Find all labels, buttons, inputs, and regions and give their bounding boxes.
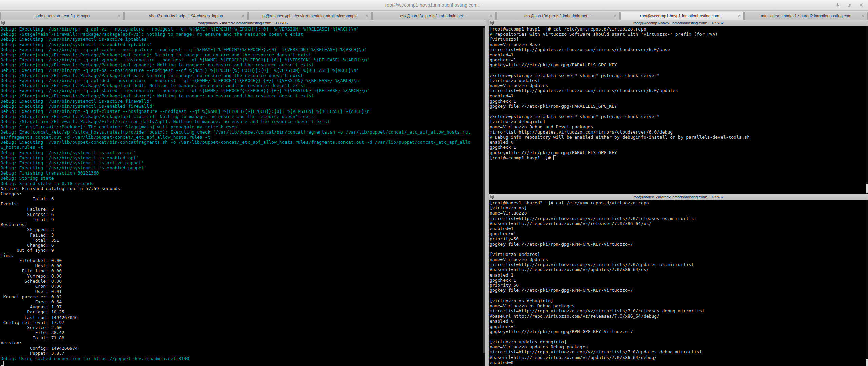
terminal-line: Debug: Executing '/usr/bin/systemctl is-… [1,37,485,42]
tab-close-icon[interactable]: × [366,14,369,18]
scrollbar[interactable] [866,200,868,366]
terminal-line: priority=50 [490,283,868,288]
terminal-cursor [1,361,4,366]
terminal-line: Debug: Executing '/usr/bin/rpm -q apf-vz… [1,26,485,32]
terminal-line: Debug: /Stage[main]/Firewall::Package/Fi… [1,119,485,124]
terminal-line: Failed: 3 [1,232,485,238]
terminal-line: [virtuozzo-os-debuginfo] [490,298,868,303]
tab[interactable]: mtr --curses hadev1-shared2.inmotionhost… [744,12,868,20]
terminal-line: mirrorlist=http://repo.virtuozzo.com/vz/… [490,262,868,267]
terminal-line [490,293,868,298]
terminal-line: Service: 2.60 [1,325,485,330]
tab[interactable]: vbo-t3x-pro-fw1-udp-1194-chases_laptop× [124,12,248,20]
tab[interactable]: root@wccomp1-havp1.inmotionhosting.com: … [620,12,744,20]
terminal-line: Out of sync: 9 [1,248,485,253]
terminal-line: [virtuozzo-updates] [490,78,868,83]
scrollbar[interactable] [483,26,485,366]
terminal-bottom-right[interactable]: [root@hadev1-shared2 ~]# cat /etc/yum.re… [489,200,868,366]
tab-close-icon[interactable]: × [242,14,244,18]
terminal-line: gpgcheck=1 [490,324,868,329]
terminal-line: gpgcheck=1 [490,231,868,236]
terminal-line: enabled=1 [490,226,868,231]
terminal-line: enabled=0 [490,360,868,365]
terminal-line: Total: 9 [1,217,485,222]
terminal-line: Debug: /Stage[main]/Firewall::Package/Pa… [1,83,485,88]
terminal-line: [root@wccomp1-havp1 ~]# cat /etc/yum.rep… [490,26,868,32]
tab[interactable]: csx@ash-t3x-pro-js2.imhadmin.net: ~× [496,12,620,20]
terminal-line: Debug: Executing '/usr/bin/rpm -q apf-cl… [1,109,485,114]
close-button[interactable] [859,3,863,7]
scrollbar-handle[interactable] [866,184,868,193]
pane-titlebar-top-right[interactable]: root@wccomp1-havp1.inmotionhosting.com: … [489,20,868,26]
terminal-line: Failure: 3 [1,207,485,212]
terminal-line: Puppet: 3.8.7 [1,351,485,356]
terminal-line: Debug: Executing '/usr/bin/rpm -q apf-ba… [1,68,485,73]
terminal-line: Debug: Exec[concat_/etc/apf/allow_hosts.… [1,129,485,135]
terminal-line: mirrorlist=http://repo.virtuozzo.com/vz/… [490,349,868,354]
minimize-button[interactable] [835,3,840,7]
terminal-line: Total: 71.88 [1,335,485,340]
terminal-line: exclude=pstorage-metadata-server* shaman… [490,73,868,78]
terminal-line: Debug: Executing '/usr/bin/rpm -q apf-sh… [1,88,485,93]
tab[interactable]: pi@raspberrypi: ~/enviornmentalcontrolle… [248,12,372,20]
terminal-line: Notice: Finished catalog run in 57.59 se… [1,186,485,191]
tab-close-icon[interactable]: × [862,14,864,18]
terminal-line: [virtuozzo-updates-debuginfo] [490,339,868,344]
tab-close-icon[interactable]: × [614,14,616,18]
tab-close-icon[interactable]: × [490,14,492,18]
tab-label: csx@ash-t3x-pro-js2.imhadmin.net: ~ [524,14,592,18]
pane-titlebar-bottom-right[interactable]: root@hadev1-shared2.inmotionhosting.com:… [489,194,868,200]
terminal-line: Kernel parameter: 0.02 [1,294,485,299]
terminal-line: Debug: /Stage[main]/Firewall::Package/Pa… [1,114,485,119]
pane-top-right: root@wccomp1-havp1.inmotionhosting.com: … [489,20,868,194]
terminal-line: User: 0.01 [1,289,485,294]
terminal-line: Host: 0.00 [1,263,485,268]
group-icon[interactable] [1,21,6,26]
scrollbar[interactable] [866,26,868,194]
tab-label: pi@raspberrypi: ~/enviornmentalcontrolle… [262,14,358,18]
terminal-line: Last run: 1494267046 [1,315,485,320]
pane-title-text: root@hadev1-shared2.inmotionhosting.com:… [198,21,288,25]
group-icon[interactable] [490,195,495,200]
pane-titlebar-left[interactable]: root@hadev1-shared2.inmotionhosting.com:… [0,20,485,26]
terminal-line: gpgkey=file:///etc/pki/rpm-gpg/RPM-GPG-K… [490,242,868,247]
scrollbar-handle[interactable] [866,359,868,366]
terminal-line: name=Virtuozzo Updates [490,83,868,88]
terminal-line: name=Virtuozzo Debug and Devel packages [490,124,868,129]
terminal-left[interactable]: Debug: Executing '/usr/bin/rpm -q apf-vz… [0,26,485,366]
terminal-line: Changed: 6 [1,243,485,248]
terminal-line: Version: [1,340,485,345]
tab[interactable]: sudo openvpn --config ./*.ovpn× [0,12,124,20]
terminal-line: Debug: Executing '/var/lib/puppet/concat… [1,140,485,145]
tab-close-icon[interactable]: × [118,14,120,18]
tab-close-icon[interactable]: × [738,14,741,18]
tab[interactable]: csx@ash-t3x-pro-js2.imhadmin.net: ~× [372,12,496,20]
terminal-line: mirrorlist=http://updates.virtuozzo.com/… [490,47,868,52]
terminal-line: mirrorlist=http://updates.virtuozzo.com/… [490,129,868,135]
window-titlebar[interactable]: root@wccomp1-havp1.inmotionhosting.com: … [0,0,868,11]
tab-bar: sudo openvpn --config ./*.ovpn×vbo-t3x-p… [0,10,868,20]
terminal-line [490,68,868,73]
pane-splitter[interactable] [485,20,489,366]
terminal-line: Package: 10.25 [1,309,485,314]
terminal-line: #baseurl=http://repo.virtuozzo.com/vz/re… [490,313,868,319]
terminal-line: Changes: [1,191,485,196]
restore-button[interactable] [847,3,852,7]
tab-label: sudo openvpn --config ./*.ovpn [34,14,90,18]
terminal-line: Debug: Executing '/usr/bin/systemctl is-… [1,150,485,155]
terminal-line: gpgkey=file:///etc/pki/rpm-gpg/PARALLELS… [490,62,868,67]
terminal-line: mirrorlist=http://repo.virtuozzo.com/vz/… [490,216,868,221]
terminal-line [490,334,868,339]
terminal-line: gpgkey=file:///etc/pki/rpm-gpg/RPM-GPG-K… [490,288,868,293]
scrollbar-handle[interactable] [483,28,485,353]
terminal-line: Yumrepo: 0.00 [1,273,485,279]
terminal-line: name=Virtuozzo updates Debug packages [490,344,868,349]
group-icon[interactable] [490,21,495,26]
terminal-top-right[interactable]: [root@wccomp1-havp1 ~]# cat /etc/yum.rep… [489,26,868,194]
terminal-line: name=Virtuozzo os Debug packages [490,303,868,308]
terminal-line: Debug: Executing '/usr/bin/systemctl is-… [1,165,485,170]
terminal-line: Events: [1,201,485,206]
terminal-line: Exec: 0.64 [1,299,485,304]
terminal-line: File line: 0.00 [1,268,485,273]
terminal-line: gpgcheck=1 [490,278,868,283]
